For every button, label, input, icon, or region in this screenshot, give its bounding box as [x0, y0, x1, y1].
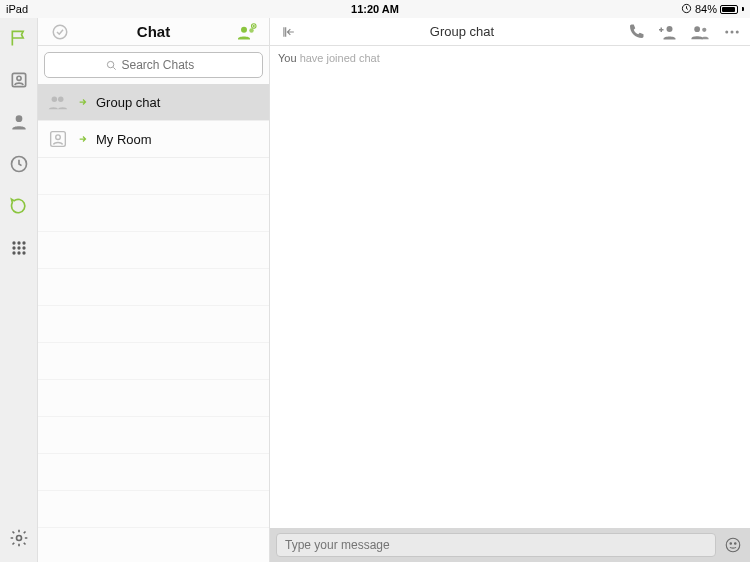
- filter-toggle-icon[interactable]: [46, 18, 74, 46]
- chat-list-header: Chat: [38, 18, 269, 46]
- participants-icon[interactable]: [690, 22, 710, 42]
- svg-point-21: [58, 97, 64, 103]
- chat-item-myroom[interactable]: My Room: [38, 121, 269, 158]
- svg-point-14: [16, 536, 21, 541]
- list-row-empty: [38, 195, 269, 232]
- gear-icon[interactable]: [9, 528, 29, 548]
- search-icon: [106, 60, 117, 71]
- svg-point-11: [12, 251, 15, 254]
- chat-item-group[interactable]: Group chat: [38, 84, 269, 121]
- svg-point-15: [53, 25, 67, 39]
- messages-area: You have joined chat: [270, 46, 750, 528]
- collapse-icon[interactable]: [278, 22, 298, 42]
- emoji-icon[interactable]: [722, 534, 744, 556]
- battery-icon: [720, 5, 738, 14]
- svg-point-17: [249, 28, 254, 33]
- group-avatar-icon: [46, 90, 70, 114]
- list-row-empty: [38, 343, 269, 380]
- status-bar: iPad 11:20 AM 84%: [0, 0, 750, 18]
- composer: [270, 528, 750, 562]
- svg-point-26: [702, 27, 706, 31]
- device-label: iPad: [6, 3, 28, 15]
- arrow-in-icon: [78, 95, 88, 110]
- svg-point-24: [667, 26, 673, 32]
- search-input[interactable]: [44, 52, 263, 78]
- system-msg-you: You: [278, 52, 297, 64]
- list-row-empty: [38, 417, 269, 454]
- chat-header-actions: [626, 22, 742, 42]
- search-field[interactable]: [122, 58, 202, 72]
- svg-point-8: [12, 246, 15, 249]
- system-msg-text: have joined chat: [300, 52, 380, 64]
- svg-point-16: [241, 26, 247, 32]
- more-icon[interactable]: [722, 22, 742, 42]
- nav-rail: [0, 18, 38, 562]
- svg-point-23: [56, 135, 61, 140]
- chat-bubble-icon[interactable]: [9, 196, 29, 216]
- list-row-empty: [38, 158, 269, 195]
- app-root: Chat Group chat: [0, 18, 750, 562]
- list-row-empty: [38, 306, 269, 343]
- battery-pct: 84%: [695, 3, 717, 15]
- list-row-empty: [38, 454, 269, 491]
- svg-point-7: [22, 241, 25, 244]
- orientation-lock-icon: [681, 3, 692, 16]
- chat-header: Group chat: [270, 18, 750, 46]
- svg-point-2: [16, 76, 20, 80]
- svg-point-28: [731, 30, 734, 33]
- list-row-empty: [38, 232, 269, 269]
- message-input[interactable]: [276, 533, 716, 557]
- chat-pane: Group chat You have joined chat: [270, 18, 750, 562]
- chat-list-title: Chat: [74, 23, 233, 40]
- list-row-empty: [38, 380, 269, 417]
- new-group-icon[interactable]: [233, 18, 261, 46]
- chat-item-label: Group chat: [96, 95, 160, 110]
- svg-point-10: [22, 246, 25, 249]
- call-icon[interactable]: [626, 22, 646, 42]
- list-row-empty: [38, 269, 269, 306]
- dialpad-icon[interactable]: [9, 238, 29, 258]
- svg-point-30: [726, 538, 740, 552]
- svg-point-3: [15, 115, 22, 122]
- svg-point-5: [12, 241, 15, 244]
- arrow-in-icon: [78, 132, 88, 147]
- list-row-empty: [38, 491, 269, 528]
- contacts-icon[interactable]: [9, 70, 29, 90]
- chat-list-pane: Chat Group chat: [38, 18, 270, 562]
- status-right: 84%: [681, 3, 744, 16]
- flag-icon[interactable]: [9, 28, 29, 48]
- svg-point-29: [736, 30, 739, 33]
- svg-point-13: [22, 251, 25, 254]
- svg-point-6: [17, 241, 20, 244]
- svg-point-31: [730, 543, 732, 545]
- svg-point-32: [735, 543, 737, 545]
- svg-point-19: [107, 61, 113, 67]
- clock: 11:20 AM: [6, 3, 744, 15]
- chat-title: Group chat: [298, 24, 626, 39]
- history-icon[interactable]: [9, 154, 29, 174]
- search-wrap: [38, 46, 269, 84]
- room-avatar-icon: [46, 127, 70, 151]
- add-person-icon[interactable]: [658, 22, 678, 42]
- chat-item-label: My Room: [96, 132, 152, 147]
- svg-point-20: [52, 97, 58, 103]
- svg-point-9: [17, 246, 20, 249]
- svg-point-12: [17, 251, 20, 254]
- person-icon[interactable]: [9, 112, 29, 132]
- svg-point-27: [725, 30, 728, 33]
- svg-point-25: [694, 26, 700, 32]
